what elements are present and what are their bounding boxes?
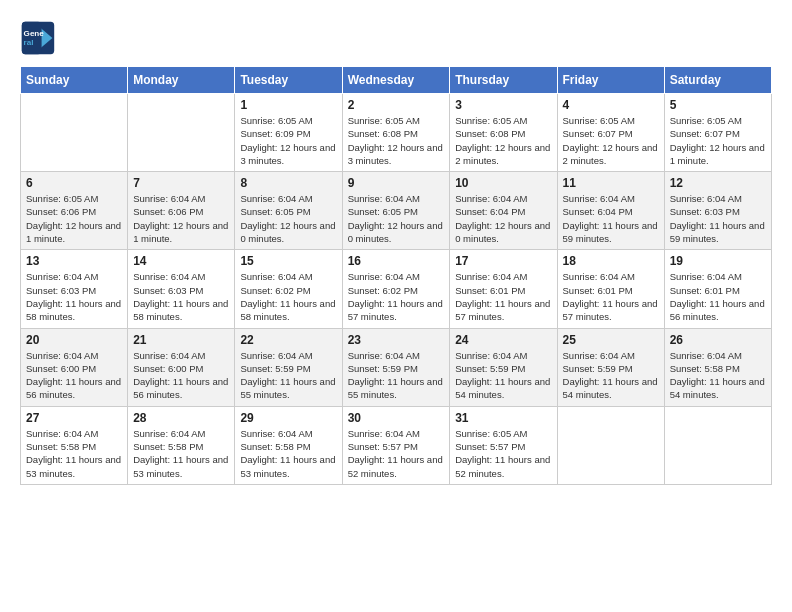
calendar-cell (128, 94, 235, 172)
weekday-header: Monday (128, 67, 235, 94)
day-info: Sunrise: 6:04 AM Sunset: 6:02 PM Dayligh… (240, 270, 336, 323)
day-number: 17 (455, 254, 551, 268)
calendar-cell: 30Sunrise: 6:04 AM Sunset: 5:57 PM Dayli… (342, 406, 450, 484)
day-info: Sunrise: 6:05 AM Sunset: 6:08 PM Dayligh… (455, 114, 551, 167)
calendar-cell: 10Sunrise: 6:04 AM Sunset: 6:04 PM Dayli… (450, 172, 557, 250)
calendar-cell: 20Sunrise: 6:04 AM Sunset: 6:00 PM Dayli… (21, 328, 128, 406)
calendar-week-row: 20Sunrise: 6:04 AM Sunset: 6:00 PM Dayli… (21, 328, 772, 406)
day-info: Sunrise: 6:04 AM Sunset: 6:00 PM Dayligh… (133, 349, 229, 402)
day-number: 26 (670, 333, 766, 347)
day-number: 6 (26, 176, 122, 190)
day-number: 2 (348, 98, 445, 112)
calendar-cell: 7Sunrise: 6:04 AM Sunset: 6:06 PM Daylig… (128, 172, 235, 250)
day-number: 31 (455, 411, 551, 425)
day-number: 16 (348, 254, 445, 268)
day-info: Sunrise: 6:04 AM Sunset: 6:01 PM Dayligh… (670, 270, 766, 323)
calendar-week-row: 6Sunrise: 6:05 AM Sunset: 6:06 PM Daylig… (21, 172, 772, 250)
day-number: 14 (133, 254, 229, 268)
calendar-cell: 31Sunrise: 6:05 AM Sunset: 5:57 PM Dayli… (450, 406, 557, 484)
day-number: 13 (26, 254, 122, 268)
day-number: 15 (240, 254, 336, 268)
calendar-cell: 2Sunrise: 6:05 AM Sunset: 6:08 PM Daylig… (342, 94, 450, 172)
calendar-cell: 27Sunrise: 6:04 AM Sunset: 5:58 PM Dayli… (21, 406, 128, 484)
logo-icon: Gene ral (20, 20, 56, 56)
day-info: Sunrise: 6:04 AM Sunset: 6:01 PM Dayligh… (563, 270, 659, 323)
day-info: Sunrise: 6:04 AM Sunset: 5:58 PM Dayligh… (133, 427, 229, 480)
calendar-cell (21, 94, 128, 172)
weekday-header: Friday (557, 67, 664, 94)
calendar-cell: 12Sunrise: 6:04 AM Sunset: 6:03 PM Dayli… (664, 172, 771, 250)
day-info: Sunrise: 6:04 AM Sunset: 6:03 PM Dayligh… (26, 270, 122, 323)
calendar-cell: 25Sunrise: 6:04 AM Sunset: 5:59 PM Dayli… (557, 328, 664, 406)
day-info: Sunrise: 6:04 AM Sunset: 6:02 PM Dayligh… (348, 270, 445, 323)
day-number: 11 (563, 176, 659, 190)
calendar-cell: 16Sunrise: 6:04 AM Sunset: 6:02 PM Dayli… (342, 250, 450, 328)
day-number: 5 (670, 98, 766, 112)
day-number: 29 (240, 411, 336, 425)
day-info: Sunrise: 6:05 AM Sunset: 6:07 PM Dayligh… (670, 114, 766, 167)
day-info: Sunrise: 6:04 AM Sunset: 6:05 PM Dayligh… (240, 192, 336, 245)
day-number: 18 (563, 254, 659, 268)
calendar-cell: 14Sunrise: 6:04 AM Sunset: 6:03 PM Dayli… (128, 250, 235, 328)
calendar-table: SundayMondayTuesdayWednesdayThursdayFrid… (20, 66, 772, 485)
day-info: Sunrise: 6:04 AM Sunset: 6:06 PM Dayligh… (133, 192, 229, 245)
day-info: Sunrise: 6:05 AM Sunset: 6:08 PM Dayligh… (348, 114, 445, 167)
day-number: 1 (240, 98, 336, 112)
day-info: Sunrise: 6:04 AM Sunset: 6:04 PM Dayligh… (563, 192, 659, 245)
calendar-week-row: 1Sunrise: 6:05 AM Sunset: 6:09 PM Daylig… (21, 94, 772, 172)
calendar-cell: 9Sunrise: 6:04 AM Sunset: 6:05 PM Daylig… (342, 172, 450, 250)
weekday-header: Sunday (21, 67, 128, 94)
day-info: Sunrise: 6:04 AM Sunset: 5:59 PM Dayligh… (240, 349, 336, 402)
calendar-cell: 29Sunrise: 6:04 AM Sunset: 5:58 PM Dayli… (235, 406, 342, 484)
day-number: 23 (348, 333, 445, 347)
calendar-cell: 5Sunrise: 6:05 AM Sunset: 6:07 PM Daylig… (664, 94, 771, 172)
logo: Gene ral (20, 20, 60, 56)
weekday-header: Wednesday (342, 67, 450, 94)
weekday-header: Tuesday (235, 67, 342, 94)
day-number: 30 (348, 411, 445, 425)
day-number: 3 (455, 98, 551, 112)
day-info: Sunrise: 6:05 AM Sunset: 6:09 PM Dayligh… (240, 114, 336, 167)
calendar-cell (557, 406, 664, 484)
day-info: Sunrise: 6:05 AM Sunset: 5:57 PM Dayligh… (455, 427, 551, 480)
day-number: 10 (455, 176, 551, 190)
day-info: Sunrise: 6:04 AM Sunset: 5:58 PM Dayligh… (26, 427, 122, 480)
day-info: Sunrise: 6:04 AM Sunset: 6:03 PM Dayligh… (670, 192, 766, 245)
calendar-cell: 1Sunrise: 6:05 AM Sunset: 6:09 PM Daylig… (235, 94, 342, 172)
day-number: 9 (348, 176, 445, 190)
calendar-cell: 11Sunrise: 6:04 AM Sunset: 6:04 PM Dayli… (557, 172, 664, 250)
day-number: 27 (26, 411, 122, 425)
svg-text:ral: ral (24, 38, 34, 47)
page-header: Gene ral (20, 20, 772, 56)
day-info: Sunrise: 6:04 AM Sunset: 6:03 PM Dayligh… (133, 270, 229, 323)
calendar-header-row: SundayMondayTuesdayWednesdayThursdayFrid… (21, 67, 772, 94)
calendar-cell: 24Sunrise: 6:04 AM Sunset: 5:59 PM Dayli… (450, 328, 557, 406)
day-info: Sunrise: 6:04 AM Sunset: 6:05 PM Dayligh… (348, 192, 445, 245)
day-info: Sunrise: 6:04 AM Sunset: 6:00 PM Dayligh… (26, 349, 122, 402)
day-info: Sunrise: 6:04 AM Sunset: 5:58 PM Dayligh… (240, 427, 336, 480)
day-info: Sunrise: 6:05 AM Sunset: 6:06 PM Dayligh… (26, 192, 122, 245)
day-number: 25 (563, 333, 659, 347)
calendar-cell: 18Sunrise: 6:04 AM Sunset: 6:01 PM Dayli… (557, 250, 664, 328)
calendar-cell: 26Sunrise: 6:04 AM Sunset: 5:58 PM Dayli… (664, 328, 771, 406)
calendar-cell: 22Sunrise: 6:04 AM Sunset: 5:59 PM Dayli… (235, 328, 342, 406)
day-number: 19 (670, 254, 766, 268)
day-info: Sunrise: 6:04 AM Sunset: 6:04 PM Dayligh… (455, 192, 551, 245)
weekday-header: Saturday (664, 67, 771, 94)
day-info: Sunrise: 6:04 AM Sunset: 5:59 PM Dayligh… (563, 349, 659, 402)
calendar-week-row: 13Sunrise: 6:04 AM Sunset: 6:03 PM Dayli… (21, 250, 772, 328)
calendar-cell: 17Sunrise: 6:04 AM Sunset: 6:01 PM Dayli… (450, 250, 557, 328)
day-number: 4 (563, 98, 659, 112)
day-number: 7 (133, 176, 229, 190)
weekday-header: Thursday (450, 67, 557, 94)
calendar-cell: 4Sunrise: 6:05 AM Sunset: 6:07 PM Daylig… (557, 94, 664, 172)
day-info: Sunrise: 6:04 AM Sunset: 5:58 PM Dayligh… (670, 349, 766, 402)
calendar-cell: 23Sunrise: 6:04 AM Sunset: 5:59 PM Dayli… (342, 328, 450, 406)
calendar-cell: 28Sunrise: 6:04 AM Sunset: 5:58 PM Dayli… (128, 406, 235, 484)
calendar-cell: 8Sunrise: 6:04 AM Sunset: 6:05 PM Daylig… (235, 172, 342, 250)
day-info: Sunrise: 6:04 AM Sunset: 5:59 PM Dayligh… (348, 349, 445, 402)
calendar-cell: 13Sunrise: 6:04 AM Sunset: 6:03 PM Dayli… (21, 250, 128, 328)
svg-text:Gene: Gene (24, 29, 45, 38)
calendar-cell: 21Sunrise: 6:04 AM Sunset: 6:00 PM Dayli… (128, 328, 235, 406)
calendar-cell: 3Sunrise: 6:05 AM Sunset: 6:08 PM Daylig… (450, 94, 557, 172)
